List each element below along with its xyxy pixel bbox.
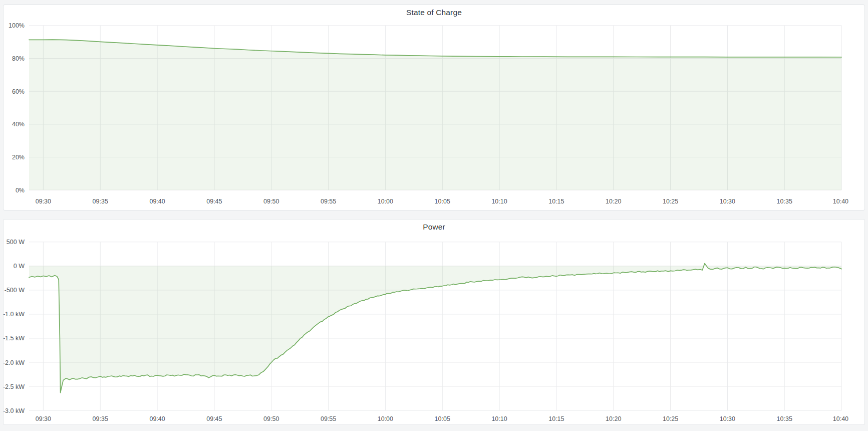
- svg-text:0 W: 0 W: [14, 263, 25, 270]
- svg-text:09:35: 09:35: [93, 415, 108, 422]
- svg-text:-3.0 kW: -3.0 kW: [4, 407, 25, 414]
- panel-state-of-charge: State of Charge 100%80%60%40%20%0%09:300…: [3, 5, 865, 210]
- svg-text:10:40: 10:40: [833, 415, 848, 422]
- dashboard: State of Charge 100%80%60%40%20%0%09:300…: [0, 0, 868, 431]
- y-axis-labels: 500 W0 W-500 W-1.0 kW-1.5 kW-2.0 kW-2.5 …: [4, 239, 25, 414]
- svg-text:-500 W: -500 W: [5, 287, 25, 294]
- area-fill: [29, 264, 841, 393]
- x-axis-labels: 09:3009:3509:4009:4509:5009:5510:0010:05…: [36, 198, 848, 205]
- svg-text:10:35: 10:35: [777, 198, 792, 205]
- svg-text:10:00: 10:00: [378, 415, 393, 422]
- svg-text:09:40: 09:40: [149, 198, 165, 205]
- panel-title: State of Charge: [406, 8, 462, 17]
- svg-text:-2.0 kW: -2.0 kW: [4, 359, 25, 366]
- svg-text:10:25: 10:25: [663, 415, 678, 422]
- svg-text:20%: 20%: [12, 154, 25, 161]
- svg-text:-2.5 kW: -2.5 kW: [4, 383, 25, 390]
- svg-text:10:15: 10:15: [548, 415, 564, 422]
- svg-text:10:40: 10:40: [833, 198, 848, 205]
- svg-text:10:05: 10:05: [435, 415, 450, 422]
- svg-text:09:30: 09:30: [36, 198, 51, 205]
- svg-text:-1.5 kW: -1.5 kW: [4, 335, 25, 342]
- svg-text:10:15: 10:15: [548, 198, 564, 205]
- svg-text:10:30: 10:30: [720, 198, 735, 205]
- svg-text:80%: 80%: [12, 55, 25, 62]
- svg-text:60%: 60%: [12, 88, 25, 95]
- panel-power: Power 500 W0 W-500 W-1.0 kW-1.5 kW-2.0 k…: [3, 219, 865, 425]
- svg-text:09:40: 09:40: [149, 415, 165, 422]
- svg-text:10:00: 10:00: [378, 198, 393, 205]
- area-fill: [29, 40, 841, 190]
- svg-text:10:10: 10:10: [491, 198, 507, 205]
- state-of-charge-chart[interactable]: 100%80%60%40%20%0%09:3009:3509:4009:4509…: [4, 5, 864, 210]
- svg-text:10:35: 10:35: [777, 415, 792, 422]
- power-chart[interactable]: 500 W0 W-500 W-1.0 kW-1.5 kW-2.0 kW-2.5 …: [4, 220, 864, 424]
- svg-text:10:20: 10:20: [606, 198, 621, 205]
- svg-text:10:05: 10:05: [435, 198, 450, 205]
- svg-text:09:50: 09:50: [263, 198, 279, 205]
- svg-text:09:50: 09:50: [263, 415, 279, 422]
- svg-text:10:10: 10:10: [491, 415, 507, 422]
- x-axis-labels: 09:3009:3509:4009:4509:5009:5510:0010:05…: [36, 415, 848, 422]
- svg-text:-1.0 kW: -1.0 kW: [4, 311, 25, 318]
- svg-text:40%: 40%: [12, 121, 25, 128]
- svg-text:10:25: 10:25: [663, 198, 678, 205]
- svg-text:09:55: 09:55: [321, 415, 336, 422]
- svg-text:10:20: 10:20: [606, 415, 621, 422]
- svg-text:09:55: 09:55: [321, 198, 336, 205]
- svg-text:100%: 100%: [9, 22, 25, 29]
- panel-header[interactable]: Power: [4, 220, 864, 235]
- svg-text:0%: 0%: [16, 187, 25, 194]
- svg-text:09:45: 09:45: [206, 198, 222, 205]
- svg-text:09:45: 09:45: [206, 415, 222, 422]
- svg-text:10:30: 10:30: [720, 415, 735, 422]
- svg-text:09:35: 09:35: [93, 198, 108, 205]
- panel-header[interactable]: State of Charge: [4, 5, 864, 20]
- svg-text:500 W: 500 W: [7, 239, 25, 246]
- panel-title: Power: [423, 223, 445, 232]
- y-axis-labels: 100%80%60%40%20%0%: [9, 22, 25, 193]
- svg-text:09:30: 09:30: [36, 415, 51, 422]
